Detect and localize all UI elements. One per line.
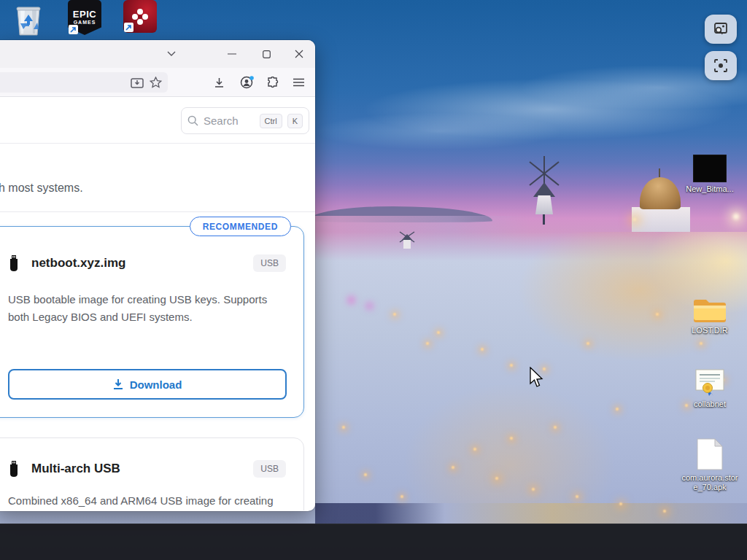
download-card-netboot-img: RECOMMENDED netboot.xyz.img USB USB boot… [0,226,304,418]
menu-button[interactable] [285,68,311,97]
intro-text: h most systems. [0,182,83,195]
wallpaper-shore [315,503,747,524]
recommended-badge: RECOMMENDED [190,217,291,236]
desktop-icon-label: collabnet [694,400,726,409]
desktop-icon-epic-games[interactable]: EPIC GAMES [68,0,101,35]
maximize-icon [263,50,271,58]
hamburger-menu-icon [293,78,304,87]
desktop-icon-recycle-bin[interactable] [12,3,45,39]
usb-tag: USB [253,460,286,478]
desktop-icon-lost-dir[interactable]: LOST.DIR [681,296,738,335]
download-icon [113,379,123,390]
downloads-button[interactable] [206,68,232,97]
shortcut-arrow-icon [124,23,133,32]
account-button[interactable] [233,68,260,97]
puzzle-icon [267,77,279,88]
download-button[interactable]: Download [8,369,287,400]
town-lights [0,0,1,1]
recycle-bin-icon [12,3,45,36]
search-icon [187,115,198,126]
chevron-down-icon [167,51,176,57]
desktop-icon-label: com.aurora.store_70.apk [681,473,738,492]
screen-capture-overlay-button[interactable] [705,51,737,80]
taskbar: 3:19 AM 10/14/2025 [0,524,747,560]
site-navbar: Search Ctrl K [0,97,315,144]
card-title: netboot.xyz.img [31,256,241,271]
desktop: EPIC GAMES New_Bitma... LOST.DIR [0,0,747,560]
desktop-icon-apk-file[interactable]: com.aurora.store_70.apk [681,438,738,492]
page-content: Search Ctrl K h most systems. RECOMMENDE… [0,97,315,510]
close-icon [295,50,303,58]
divider [0,211,315,212]
desktop-icon-label: New_Bitma... [686,184,733,194]
maximize-button[interactable] [252,40,281,68]
browser-titlebar[interactable] [0,40,315,68]
kbd-ctrl: Ctrl [260,114,282,128]
usb-drive-icon [8,255,20,271]
church-cross [659,168,660,177]
desktop-icon-game-app[interactable] [123,0,157,33]
usb-drive-icon [8,461,20,477]
browser-window: Search Ctrl K h most systems. RECOMMENDE… [0,40,315,511]
desktop-icon-collabnet[interactable]: collabnet [681,368,738,409]
desktop-icon-new-bitmap[interactable]: New_Bitma... [681,155,738,194]
folder-icon [692,296,727,324]
usb-tag: USB [253,254,286,272]
kbd-k: K [287,114,303,128]
wallpaper-clouds [306,29,747,175]
church-building [632,207,690,232]
card-description: USB bootable image for creating USB keys… [8,291,285,326]
site-search-box[interactable]: Search Ctrl K [181,107,309,134]
save-page-icon[interactable] [131,77,144,88]
browser-toolbar [0,68,315,97]
site-search-placeholder: Search [204,114,255,127]
windmill-body [535,195,553,214]
card-description: Combined x86_64 and ARM64 USB image for … [8,492,285,510]
minimize-icon [228,50,236,58]
image-search-overlay-button[interactable] [705,15,737,44]
tab-list-dropdown-button[interactable] [157,40,186,68]
epic-games-label: EPIC [73,9,96,19]
download-icon [214,77,225,88]
extensions-button[interactable] [260,68,286,97]
small-windmill [398,230,417,254]
minimize-button[interactable] [217,40,247,68]
certificate-icon [693,368,727,397]
close-button[interactable] [285,40,314,68]
bitmap-thumbnail-icon [693,155,727,182]
account-icon [240,76,254,89]
bookmark-star-icon[interactable] [150,77,162,88]
image-search-icon [713,22,729,36]
url-bar[interactable] [0,72,168,93]
download-card-multiarch: Multi-arch USB USB Combined x86_64 and A… [0,438,304,510]
screen-capture-icon [713,58,728,73]
desktop-icon-label: LOST.DIR [692,326,728,335]
mouse-cursor [529,367,545,392]
card-title: Multi-arch USB [31,462,241,476]
shortcut-arrow-icon [69,25,78,34]
file-icon [696,438,724,471]
